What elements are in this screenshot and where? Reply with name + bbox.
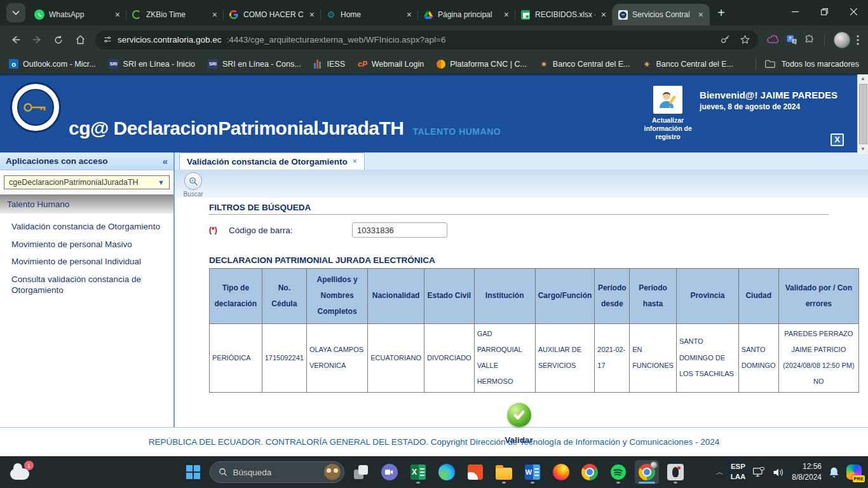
tab-como-hacer[interactable]: COMO HACER C × bbox=[224, 4, 321, 25]
screen: WhatsApp × ZKBio Time × COMO HACER C × ⚙… bbox=[0, 0, 868, 488]
sidebar-group-talento-humano[interactable]: Talento Humano bbox=[0, 194, 173, 214]
header-scrollbar[interactable]: ▲ ▼ bbox=[857, 74, 868, 154]
barcode-filter-row: (*) Código de barra: bbox=[209, 222, 859, 238]
back-button[interactable] bbox=[5, 30, 25, 50]
network-icon[interactable] bbox=[752, 467, 765, 478]
tab-close-icon[interactable]: × bbox=[503, 10, 510, 20]
chrome-button[interactable] bbox=[578, 460, 602, 484]
tray-expand-icon[interactable]: ︿ bbox=[716, 467, 724, 478]
sidebar: Aplicaciones con acceso « cgeDeclaracion… bbox=[0, 152, 173, 427]
clock[interactable]: 12:56 8/8/2024 bbox=[792, 461, 822, 483]
tab-close-icon[interactable]: × bbox=[211, 10, 219, 20]
application-select[interactable]: cgeDeclaracionPatrimonialJuradaTH ▼ bbox=[4, 175, 170, 189]
translate-extension-icon[interactable] bbox=[786, 34, 797, 46]
site-settings-icon[interactable] bbox=[103, 35, 112, 44]
profile-avatar[interactable] bbox=[834, 32, 850, 48]
tab-close-icon[interactable]: × bbox=[600, 10, 607, 20]
update-registration-button[interactable] bbox=[653, 86, 682, 114]
new-tab-button[interactable]: + bbox=[712, 4, 730, 22]
bookmark-bce-2[interactable]: Banco Central del E... bbox=[642, 60, 733, 69]
tab-pagina-principal[interactable]: Página principal × bbox=[418, 4, 515, 25]
notification-bell-icon[interactable] bbox=[829, 466, 839, 478]
home-button[interactable] bbox=[70, 30, 90, 50]
tab-whatsapp[interactable]: WhatsApp × bbox=[29, 4, 126, 25]
taskbar: 1 Búsqueda X W bbox=[0, 456, 868, 488]
bookmark-webmail[interactable]: cPWebmail Login bbox=[358, 60, 424, 69]
sidebar-item-movimiento-individual[interactable]: Movimiento de personal Individual bbox=[11, 256, 170, 268]
scrollbar-thumb[interactable] bbox=[859, 84, 867, 144]
session-close-button[interactable]: X bbox=[831, 133, 844, 146]
scroll-up-icon[interactable]: ▲ bbox=[860, 74, 865, 83]
cell-nacionalidad: ECUATORIANO bbox=[368, 323, 424, 392]
start-button[interactable] bbox=[181, 460, 205, 484]
bookmark-iess[interactable]: IESS bbox=[314, 59, 346, 69]
reload-button[interactable] bbox=[48, 30, 69, 50]
volume-icon[interactable] bbox=[772, 467, 785, 478]
sidebar-collapse-icon[interactable]: « bbox=[163, 156, 168, 166]
taskbar-weather[interactable]: 1 bbox=[10, 461, 29, 480]
cell-institucion: GAD PARROQUIAL VALLE HERMOSO bbox=[474, 323, 535, 392]
taskbar-search[interactable]: Búsqueda bbox=[210, 461, 344, 483]
banco-central-icon bbox=[539, 60, 548, 69]
buscar-button[interactable]: Buscar bbox=[179, 172, 207, 198]
tab-zkbio[interactable]: ZKBio Time × bbox=[126, 4, 224, 25]
word-button[interactable]: W bbox=[520, 460, 545, 484]
tab-recibidos[interactable]: RECIBIDOS.xlsx - × bbox=[515, 4, 613, 25]
bookmarks-separator bbox=[756, 58, 756, 70]
scroll-down-icon[interactable]: ▼ bbox=[860, 145, 865, 154]
address-bar[interactable]: servicios.contraloria.gob.ec:4443/cge_ar… bbox=[95, 30, 758, 50]
tab-close-icon[interactable]: × bbox=[114, 10, 121, 20]
tab-close-icon[interactable]: × bbox=[405, 10, 413, 20]
excel-button[interactable]: X bbox=[406, 460, 430, 484]
edge-button[interactable] bbox=[435, 460, 459, 484]
tab-servicios-contraloria[interactable]: Servicios Contral × bbox=[613, 4, 710, 25]
minimize-button[interactable] bbox=[780, 0, 810, 23]
update-registration-caption[interactable]: Actualizar información de registro bbox=[639, 116, 696, 141]
content-tab-strip: Validación constancia de Otorgamiento × bbox=[175, 152, 868, 170]
file-explorer-button[interactable] bbox=[492, 460, 516, 484]
tab-close-icon[interactable]: × bbox=[697, 10, 705, 20]
bookmark-star-icon[interactable] bbox=[740, 34, 750, 45]
close-button[interactable] bbox=[839, 0, 868, 23]
sheets-icon bbox=[520, 10, 531, 20]
extensions-puzzle-icon[interactable] bbox=[804, 34, 815, 46]
chat-button[interactable] bbox=[377, 460, 402, 484]
sidebar-menu: Validación constancia de Otorgamiento Mo… bbox=[0, 214, 173, 296]
firefox-button[interactable] bbox=[549, 460, 573, 484]
tab-search-button[interactable] bbox=[6, 3, 25, 22]
copilot-icon[interactable]: PRE bbox=[846, 464, 862, 480]
validar-button[interactable] bbox=[507, 403, 531, 427]
password-key-icon[interactable] bbox=[720, 34, 731, 45]
outlook-icon: o bbox=[9, 59, 18, 69]
bookmark-outlook[interactable]: oOutlook.com - Micr... bbox=[9, 59, 96, 69]
sri-icon: SRI bbox=[109, 59, 119, 69]
chrome-profile-button[interactable] bbox=[635, 460, 659, 484]
sidebar-item-validacion-constancia[interactable]: Validación constancia de Otorgamiento bbox=[11, 221, 170, 233]
all-bookmarks[interactable]: Todos los marcadores bbox=[753, 58, 859, 70]
foxit-button[interactable] bbox=[463, 460, 487, 484]
tab-validacion-constancia[interactable]: Validación constancia de Otorgamiento × bbox=[179, 152, 365, 170]
java-app-button[interactable] bbox=[663, 460, 688, 484]
tab-home[interactable]: ⚙ Home × bbox=[321, 4, 418, 25]
bookmark-cnc[interactable]: Plataforma CNC | C... bbox=[437, 60, 527, 69]
tab-close-icon[interactable]: × bbox=[308, 10, 316, 20]
language-indicator[interactable]: ESP LAA bbox=[731, 462, 746, 482]
forward-button[interactable] bbox=[27, 30, 47, 50]
iess-icon bbox=[314, 59, 323, 69]
bookmark-sri-inicio[interactable]: SRISRI en Línea - Inicio bbox=[109, 59, 195, 69]
gear-icon: ⚙ bbox=[326, 10, 336, 20]
sidebar-item-consulta-validacion[interactable]: Consulta validación constancia de Otorga… bbox=[11, 274, 158, 296]
spotify-button[interactable] bbox=[606, 460, 630, 484]
bookmark-bce-1[interactable]: Banco Central del E... bbox=[539, 60, 630, 69]
bookmark-sri-consultas[interactable]: SRISRI en Línea - Cons... bbox=[208, 59, 301, 69]
restore-button[interactable] bbox=[810, 0, 839, 23]
foxit-icon bbox=[468, 464, 483, 480]
menu-kebab-icon[interactable] bbox=[857, 35, 859, 45]
copilot-pre-badge: PRE bbox=[853, 475, 865, 482]
weather-extension-icon[interactable] bbox=[767, 35, 780, 45]
content-tab-close-icon[interactable]: × bbox=[353, 157, 357, 166]
barcode-input[interactable] bbox=[352, 222, 447, 238]
sidebar-item-movimiento-masivo[interactable]: Movimiento de personal Masivo bbox=[11, 239, 170, 250]
task-view-button[interactable] bbox=[349, 460, 373, 484]
tab-title: WhatsApp bbox=[49, 10, 109, 19]
